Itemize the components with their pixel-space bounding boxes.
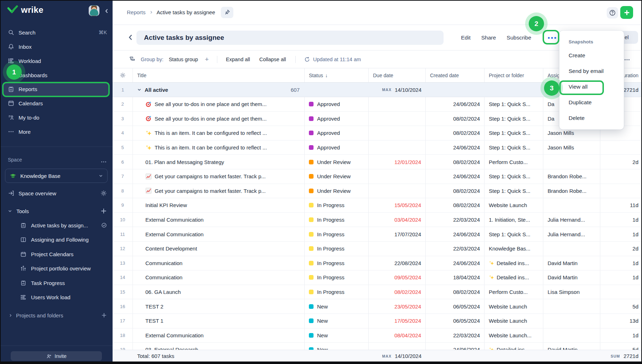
space-options-icon[interactable] (100, 159, 107, 165)
gear-icon[interactable] (100, 190, 107, 196)
pin-button[interactable] (221, 7, 233, 18)
created-date: 08/02/2024 (426, 198, 485, 212)
column-settings-icon[interactable] (120, 72, 126, 78)
due-date: 17/05/2024 (369, 314, 426, 328)
breadcrumb-reports-link[interactable]: Reports (127, 9, 146, 15)
table-row[interactable]: 15 06. GA Launch In Progress 08/02/2024 … (113, 285, 642, 300)
created-date: 22/03/2024 (426, 213, 485, 227)
sidebar-section-projects-and-folders[interactable]: Projects and folders (0, 308, 113, 322)
table-footer: Total: 607 tasks MAX 14/10/2024 SUM 2721… (113, 350, 642, 362)
group-by-label[interactable]: Group by: (141, 57, 164, 62)
assignee-name (543, 328, 600, 343)
sidebar-item-inbox[interactable]: Inbox (0, 39, 113, 54)
table-row[interactable]: 17 TEST 1 New 17/05/2024 06/05/2024 Webs… (113, 314, 642, 328)
table-row[interactable]: 7 Get your campaigns to market faster. T… (113, 169, 642, 184)
sidebar-item-dashboards[interactable]: Dashboards (0, 68, 113, 82)
total-tasks: Total: 607 tasks (133, 350, 305, 362)
create-new-button[interactable] (620, 6, 633, 19)
add-tool-icon[interactable] (100, 208, 107, 214)
share-button[interactable]: Share (481, 35, 496, 41)
sidebar-tool-project-portfolio-overview[interactable]: Project portfolio overview (0, 262, 113, 276)
table-row[interactable]: 13 Communication In Progress 22/08/2024 … (113, 256, 642, 271)
table-row[interactable]: 12 Content Development In Progress 22/03… (113, 242, 642, 256)
column-header-project[interactable]: Project or folder (485, 68, 543, 82)
sidebar-divider (0, 147, 113, 147)
collapse-group-icon[interactable] (137, 88, 141, 92)
sidebar-tool-task-progress[interactable]: Task Progress (0, 276, 113, 290)
report-title-field[interactable]: Active tasks by assignee (136, 31, 444, 45)
column-header-due-date[interactable]: Due date (369, 68, 426, 82)
created-date: 24/06/2024 (426, 97, 485, 111)
due-date: 08/04/2024 (369, 328, 426, 343)
assignee-name: Julia Hernand... (543, 227, 600, 241)
edit-button[interactable]: Edit (461, 35, 471, 41)
sidebar-item-space-overview[interactable]: Space overview (0, 186, 113, 200)
assignee-name (543, 155, 600, 169)
chevron-down-icon (99, 174, 103, 178)
space-selector-knowledge-base[interactable]: Knowledge Base (5, 169, 108, 183)
invite-button[interactable]: Invite (11, 351, 102, 361)
subscribe-button[interactable]: Subscribe (507, 35, 531, 41)
calendar-icon (20, 251, 26, 257)
table-row[interactable]: 11 External Communication In Progress 17… (113, 227, 642, 242)
sidebar-tool-assigning-and-following[interactable]: Assigning and Following (0, 233, 113, 247)
column-header-created-date[interactable]: Created date (426, 68, 485, 82)
sidebar-item-reports[interactable]: Reports (4, 82, 109, 96)
sidebar-tool-project-calendars[interactable]: Project Calendars (0, 247, 113, 262)
wrike-app-window: wrike Search ⌘K InboxWorkloadDashboardsR… (0, 0, 642, 364)
assignee-name: David Martin (543, 270, 600, 285)
duration-value: 2d (600, 155, 642, 169)
sidebar-item-calendars[interactable]: Calendars (0, 96, 113, 110)
created-date: 08/02/2024 (426, 126, 485, 140)
toolbar-more-icon[interactable] (623, 57, 631, 63)
help-button[interactable] (607, 7, 618, 19)
table-row[interactable]: 10 External Communication In Progress 03… (113, 213, 642, 227)
chart-icon (145, 188, 152, 194)
table-row[interactable]: 18 External Communication New 08/04/2024… (113, 328, 642, 343)
sidebar-tool-active-tasks-by-assign[interactable]: Active tasks by assign... (0, 218, 113, 233)
sidebar-section-tools[interactable]: Tools (0, 204, 113, 218)
portfolio-icon (20, 265, 26, 271)
table-row[interactable]: 19 03. External Research New 24/06/2024 … (113, 343, 642, 350)
back-icon[interactable] (128, 34, 133, 41)
table-row[interactable]: 9 Initial KPI Review In Progress 15/05/2… (113, 198, 642, 213)
wrike-logo[interactable]: wrike (7, 5, 43, 15)
menu-item-view-all[interactable]: View all (559, 79, 624, 95)
table-row[interactable]: 8 Get your campaigns to market faster. T… (113, 184, 642, 199)
column-header-title[interactable]: Title (133, 68, 305, 82)
more-options-button[interactable] (545, 32, 559, 44)
due-date (369, 169, 426, 184)
project-name: Step 1: Quick S... (489, 130, 530, 136)
add-project-icon[interactable] (101, 312, 107, 318)
menu-item-duplicate[interactable]: Duplicate (559, 95, 624, 110)
column-header-status[interactable]: Status↓ (305, 68, 369, 82)
collapse-all-button[interactable]: Collapse all (259, 57, 286, 62)
sidebar-item-workload[interactable]: Workload (0, 54, 113, 68)
menu-item-send-by-email[interactable]: Send by email (559, 63, 624, 79)
table-row[interactable]: 16 TEST 2 New 23/05/2024 06/05/2024 Webs… (113, 299, 642, 314)
sidebar-item-search[interactable]: Search ⌘K (0, 25, 113, 39)
table-row[interactable]: 5 This is an item. It can be configured … (113, 141, 642, 155)
status-chip (309, 131, 314, 135)
sidebar-tool-users-work-load[interactable]: Users Work load (0, 290, 113, 305)
target-icon (145, 101, 152, 107)
add-grouping-button[interactable]: + (205, 56, 209, 63)
sidebar-collapse-icon[interactable] (104, 9, 109, 14)
refresh-icon[interactable] (304, 57, 310, 62)
group-by-value[interactable]: Status group (169, 57, 198, 62)
menu-item-create[interactable]: Create (559, 48, 624, 63)
table-row[interactable]: 6 01. Plan and Messaging Strategy Under … (113, 155, 642, 169)
status-chip (309, 102, 314, 106)
table-row[interactable]: 14 Communication In Progress 09/05/2024 … (113, 270, 642, 285)
duration-value: 5d (600, 343, 642, 350)
user-avatar[interactable] (89, 5, 99, 16)
chart-icon (145, 173, 152, 180)
menu-item-delete[interactable]: Delete (559, 110, 624, 126)
project-name: Step 1: Quick S... (489, 144, 530, 151)
sparkles-icon (145, 130, 152, 136)
sidebar-item-my-to-do[interactable]: My to-do (0, 110, 113, 125)
sort-desc-icon: ↓ (325, 73, 328, 78)
sidebar-item-more[interactable]: More (0, 125, 113, 139)
task-title: See all your to-dos in one place and get… (155, 116, 266, 122)
expand-all-button[interactable]: Expand all (226, 57, 250, 62)
